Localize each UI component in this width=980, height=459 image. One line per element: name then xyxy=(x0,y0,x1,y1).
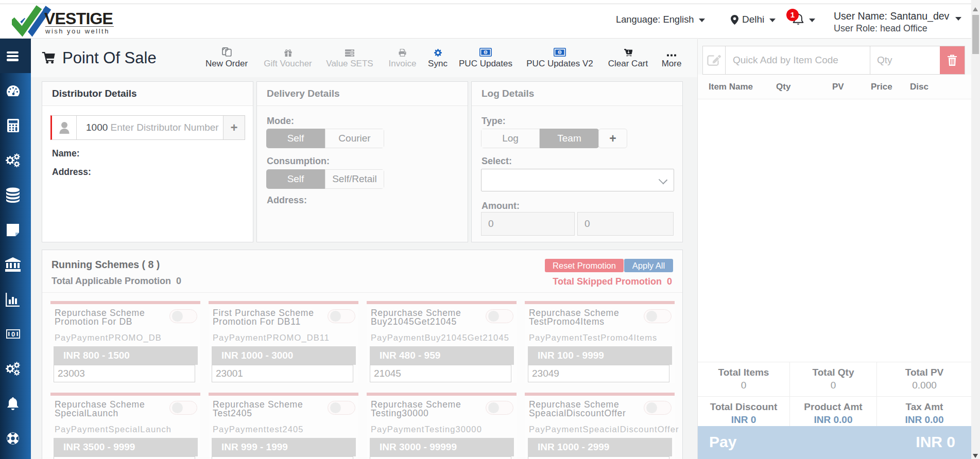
svg-text:0: 0 xyxy=(485,50,487,54)
svg-text:0: 0 xyxy=(11,330,14,338)
svg-text:0: 0 xyxy=(559,50,561,54)
